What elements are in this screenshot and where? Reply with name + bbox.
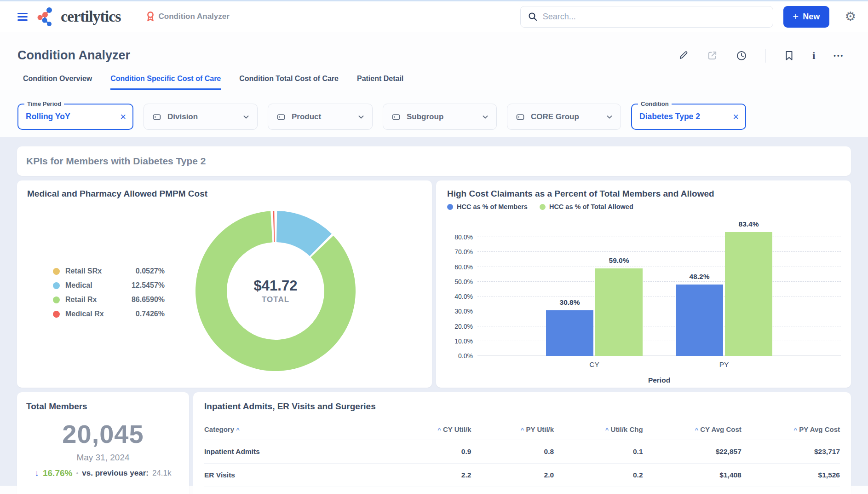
page-header: Condition Analyzer i ••• — [17, 48, 851, 63]
charts-row: Medical and Pharmacy Allowed PMPM Cost R… — [17, 180, 851, 388]
filter-chip-condition[interactable]: ConditionDiabetes Type 2× — [631, 104, 746, 130]
nav-left: certilytics Condition Analyzer — [17, 6, 230, 27]
filter-dropdown-product[interactable]: Product — [268, 104, 373, 130]
y-tick-label: 30.0% — [447, 308, 473, 315]
legend-item-hcc-as-of-members[interactable]: HCC as % of Members — [447, 203, 528, 210]
cell-value: 0.8 — [471, 440, 554, 464]
clear-filter-icon[interactable]: × — [733, 112, 739, 122]
as-of-date: May 31, 2024 — [26, 453, 180, 463]
y-tick-label: 50.0% — [447, 278, 473, 285]
bar-value-label: 83.4% — [716, 220, 782, 228]
filter-value: Rolling YoY — [26, 112, 114, 122]
filter-chip-time-period[interactable]: Time PeriodRolling YoY× — [17, 104, 133, 130]
search-input[interactable] — [543, 12, 765, 22]
tab-condition-specific-cost-of-care[interactable]: Condition Specific Cost of Care — [110, 75, 221, 90]
info-icon[interactable]: i — [812, 50, 815, 62]
column-header-util-k-chg[interactable]: ^ Util/k Chg — [554, 420, 643, 440]
tag-icon — [391, 112, 401, 122]
menu-icon[interactable] — [17, 13, 28, 21]
column-header-py-avg-cost[interactable]: ^ PY Avg Cost — [742, 420, 840, 440]
edit-pencil-icon[interactable] — [678, 50, 689, 61]
legend-dot — [53, 311, 60, 318]
new-button-label: New — [803, 12, 820, 22]
legend-item-retail-rx[interactable]: Retail Rx86.6590% — [53, 296, 165, 304]
cell-value: $22,857 — [643, 440, 742, 464]
y-tick-label: 0.0% — [447, 352, 473, 360]
legend-item-hcc-as-of-total-allowed[interactable]: HCC as % of Total Allowed — [540, 203, 633, 210]
tab-condition-overview[interactable]: Condition Overview — [23, 75, 92, 90]
bar-cy-hcc-as-of-total-allowed[interactable]: 59.0% — [595, 268, 643, 356]
sort-caret-icon: ^ — [236, 426, 240, 433]
column-header-category[interactable]: Category ^ — [204, 420, 389, 440]
legend-dot — [53, 282, 60, 289]
yoy-change: ↓ 16.76% • vs. previous year: 24.1k — [26, 468, 180, 478]
bar-legend: HCC as % of MembersHCC as % of Total All… — [447, 203, 841, 210]
filter-value: Diabetes Type 2 — [639, 112, 726, 122]
top-nav: certilytics Condition Analyzer + New ⚙ — [0, 1, 868, 32]
y-tick-label: 20.0% — [447, 323, 473, 330]
legend-dot — [540, 204, 546, 210]
donut-slice-retail-rx[interactable] — [195, 211, 356, 371]
settings-gear-icon[interactable]: ⚙ — [845, 11, 856, 23]
legend-value: 0.0527% — [122, 267, 165, 275]
cell-value: $1,526 — [742, 464, 840, 487]
condition-analyzer-app: { "top_nav": { "brand": "certilytics", "… — [0, 0, 868, 494]
new-button[interactable]: + New — [783, 6, 829, 28]
nav-right: + New ⚙ — [520, 6, 862, 28]
legend-label: Medical Rx — [65, 310, 117, 318]
card-title: Total Members — [26, 401, 180, 412]
card-title: Inpatient Admits, ER Visits and Surgerie… — [204, 401, 840, 412]
cell-value: 2.2 — [389, 464, 471, 487]
dashboard-body: KPIs for Members with Diabetes Type 2 Me… — [0, 137, 868, 486]
bar-group-py: 48.2%83.4% — [675, 222, 773, 356]
legend-item-retail-srx[interactable]: Retail SRx0.0527% — [53, 267, 165, 275]
kpi-banner-title: KPIs for Members with Diabetes Type 2 — [26, 156, 206, 167]
y-tick-label: 80.0% — [447, 233, 473, 241]
legend-item-medical[interactable]: Medical12.5457% — [53, 281, 165, 290]
more-options-icon[interactable]: ••• — [834, 52, 844, 59]
cell-value: $1,408 — [643, 464, 742, 487]
filter-dropdown-core-group[interactable]: CORE Group — [507, 104, 621, 130]
certilytics-logo-icon[interactable] — [36, 6, 56, 27]
column-header-cy-util-k[interactable]: ^ CY Util/k — [389, 420, 471, 440]
bar-cy-hcc-as-of-members[interactable]: 30.8% — [546, 310, 593, 356]
filter-dropdown-subgroup[interactable]: Subgroup — [383, 104, 497, 130]
legend-value: 86.6590% — [122, 296, 165, 304]
plus-icon: + — [793, 12, 799, 22]
column-header-py-util-k[interactable]: ^ PY Util/k — [471, 420, 554, 440]
bottom-row: Total Members 20,045 May 31, 2024 ↓ 16.7… — [17, 392, 851, 494]
page-actions: i ••• — [678, 49, 844, 63]
filter-dropdown-division[interactable]: Division — [144, 104, 258, 130]
hcc-percent-card: High Cost Claimants as a Percent of Tota… — [436, 180, 851, 388]
search-box[interactable] — [520, 6, 773, 28]
donut-slice-medical-rx[interactable] — [273, 211, 275, 242]
pmpm-cost-card: Medical and Pharmacy Allowed PMPM Cost R… — [17, 180, 432, 388]
tab-condition-total-cost-of-care[interactable]: Condition Total Cost of Care — [239, 75, 339, 90]
legend-dot — [53, 268, 60, 275]
table-row-inpatient-admits: Inpatient Admits0.90.80.1$22,857$23,717 — [204, 440, 840, 464]
legend-item-medical-rx[interactable]: Medical Rx0.7426% — [53, 310, 165, 318]
bar-chart: 0.0%10.0%20.0%30.0%40.0%50.0%60.0%70.0%8… — [447, 222, 841, 356]
bookmark-icon[interactable] — [784, 50, 794, 61]
cell-value: $23,717 — [742, 440, 840, 464]
kpi-banner: KPIs for Members with Diabetes Type 2 — [17, 146, 851, 176]
dot-separator: • — [76, 470, 78, 477]
bar-py-hcc-as-of-total-allowed[interactable]: 83.4% — [725, 232, 772, 356]
y-tick-label: 40.0% — [447, 293, 473, 300]
chevron-down-icon — [606, 113, 613, 121]
tab-patient-detail[interactable]: Patient Detail — [357, 75, 403, 90]
cell-value: 0.1 — [554, 440, 643, 464]
column-header-cy-avg-cost[interactable]: ^ CY Avg Cost — [643, 420, 742, 440]
bar-py-hcc-as-of-members[interactable]: 48.2% — [676, 285, 723, 356]
sort-caret-icon: ^ — [605, 426, 609, 433]
clear-filter-icon[interactable]: × — [120, 112, 126, 122]
vs-previous-value: 24.1k — [152, 469, 172, 478]
tab-bar: Condition OverviewCondition Specific Cos… — [0, 75, 868, 90]
filter-label: Subgroup — [407, 112, 476, 122]
legend-dot — [53, 296, 60, 303]
app-breadcrumb[interactable]: Condition Analyzer — [146, 11, 230, 22]
filter-label: CORE Group — [531, 112, 600, 122]
card-title: High Cost Claimants as a Percent of Tota… — [447, 189, 841, 199]
export-external-link-icon[interactable] — [707, 50, 718, 61]
history-clock-icon[interactable] — [736, 50, 747, 61]
